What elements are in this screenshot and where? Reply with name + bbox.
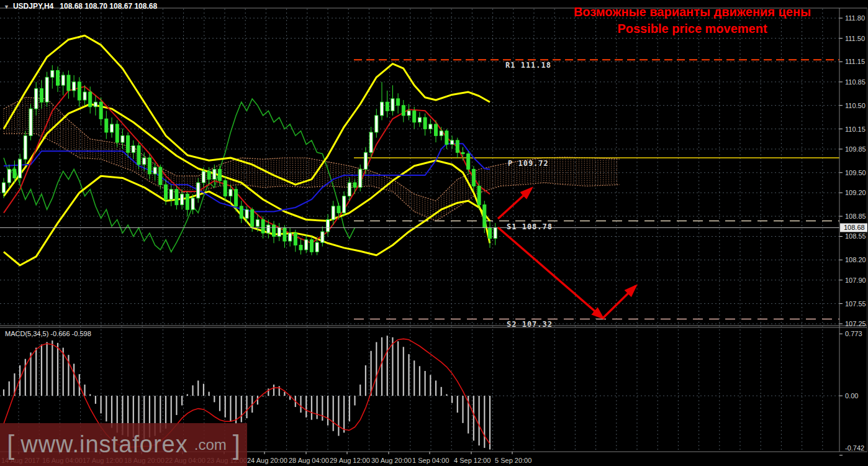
svg-text:5 Sep 20:00: 5 Sep 20:00 <box>495 457 531 464</box>
svg-text:110.15: 110.15 <box>845 126 866 133</box>
svg-text:4 Sep 12:00: 4 Sep 12:00 <box>454 457 491 464</box>
macd-values: -0.666 -0.598 <box>50 330 91 337</box>
svg-text:111.15: 111.15 <box>845 58 865 65</box>
svg-text:107.90: 107.90 <box>845 276 866 284</box>
svg-text:109.85: 109.85 <box>845 145 866 153</box>
symbol-dropdown-icon[interactable]: ▼ <box>4 4 9 10</box>
svg-text:108.68: 108.68 <box>844 224 865 231</box>
chart-title-bar: ▼USDJPY,H4108.68 108.70 108.67 108.68 <box>4 2 157 11</box>
watermark-bracket-left: [ <box>7 432 14 457</box>
annotation-line-en: Possible price movement <box>568 21 816 37</box>
symbol-timeframe-label: USDJPY,H4 <box>13 2 53 11</box>
annotation-line-ru: Возможные варианты движения цены <box>568 4 816 21</box>
svg-text:R1 111.18: R1 111.18 <box>505 61 551 70</box>
ohlc-values: 108.68 108.70 108.67 108.68 <box>60 2 157 11</box>
svg-text:111.50: 111.50 <box>845 35 865 42</box>
svg-text:110.85: 110.85 <box>845 78 866 86</box>
instaforex-watermark: [ www.instaforex.com ] <box>0 423 247 466</box>
watermark-suffix: .com <box>194 436 227 454</box>
mt4-chart-window: R1 111.18P 109.72S1 108.78S2 107.32111.8… <box>0 0 868 466</box>
chart-canvas[interactable]: R1 111.18P 109.72S1 108.78S2 107.32111.8… <box>0 0 868 466</box>
svg-text:P 109.72: P 109.72 <box>508 159 549 168</box>
svg-text:107.55: 107.55 <box>845 300 866 308</box>
svg-text:108.20: 108.20 <box>845 256 866 263</box>
svg-text:30 Aug 20:00: 30 Aug 20:00 <box>371 457 412 464</box>
svg-text:29 Aug 12:00: 29 Aug 12:00 <box>330 457 370 464</box>
macd-name: MACD(5,34,5) <box>5 330 48 337</box>
svg-text:24 Aug 20:00: 24 Aug 20:00 <box>247 457 287 464</box>
svg-text:108.55: 108.55 <box>845 232 866 240</box>
svg-text:109.20: 109.20 <box>845 189 866 196</box>
svg-text:28 Aug 04:00: 28 Aug 04:00 <box>289 457 329 464</box>
svg-text:110.50: 110.50 <box>845 102 866 109</box>
svg-text:107.25: 107.25 <box>845 320 866 327</box>
svg-text:1 Sep 04:00: 1 Sep 04:00 <box>412 457 449 464</box>
svg-text:108.85: 108.85 <box>845 212 866 220</box>
svg-text:111.80: 111.80 <box>845 14 865 22</box>
svg-text:-0.742: -0.742 <box>845 444 864 452</box>
svg-text:S1 108.78: S1 108.78 <box>507 222 553 231</box>
svg-text:0.00: 0.00 <box>845 392 858 400</box>
watermark-bracket-right: ] <box>233 432 240 457</box>
watermark-text: www.instaforex <box>20 431 188 458</box>
macd-indicator-label: MACD(5,34,5) -0.666 -0.598 <box>5 330 91 337</box>
svg-text:109.50: 109.50 <box>845 169 866 176</box>
forecast-annotation: Возможные варианты движения цены Possibl… <box>568 4 816 37</box>
svg-text:0.773: 0.773 <box>845 330 862 337</box>
